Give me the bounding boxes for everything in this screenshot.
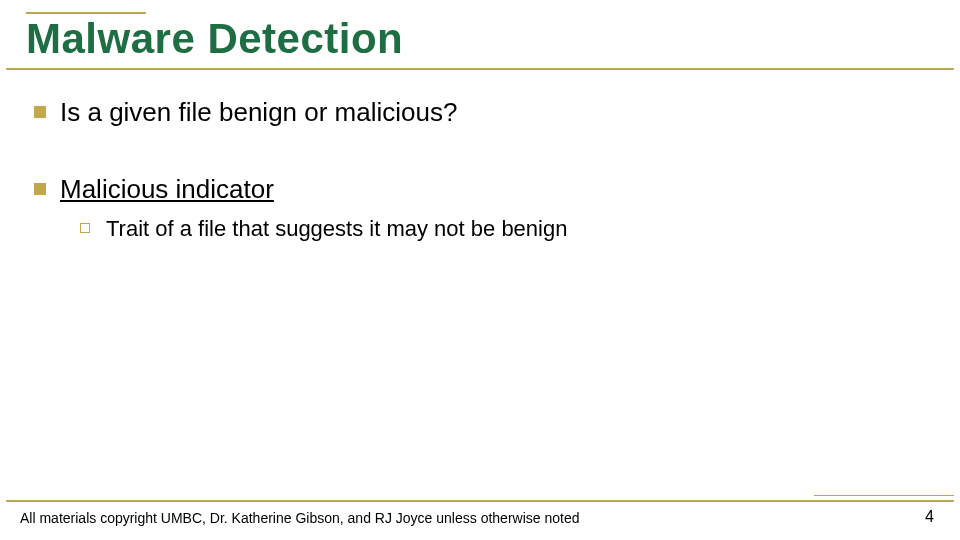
sub-bullet-text: Trait of a file that suggests it may not… xyxy=(106,215,567,244)
footer: All materials copyright UMBC, Dr. Kather… xyxy=(6,500,954,526)
bullet-text: Is a given file benign or malicious? xyxy=(60,96,457,129)
bullet-item: Is a given file benign or malicious? xyxy=(34,96,926,129)
footer-accent-rule xyxy=(6,495,954,498)
title-block: Malware Detection xyxy=(6,0,954,70)
copyright-text: All materials copyright UMBC, Dr. Kather… xyxy=(6,510,579,526)
bullet-text: Malicious indicator xyxy=(60,173,274,206)
page-number: 4 xyxy=(925,508,954,526)
slide-title: Malware Detection xyxy=(26,16,934,62)
square-bullet-icon xyxy=(34,106,46,118)
content-area: Is a given file benign or malicious? Mal… xyxy=(0,70,960,244)
hollow-square-bullet-icon xyxy=(80,223,90,233)
sub-bullet-item: Trait of a file that suggests it may not… xyxy=(80,215,926,244)
title-accent-rule xyxy=(26,12,146,14)
square-bullet-icon xyxy=(34,183,46,195)
bullet-item: Malicious indicator xyxy=(34,173,926,206)
slide: Malware Detection Is a given file benign… xyxy=(0,0,960,540)
